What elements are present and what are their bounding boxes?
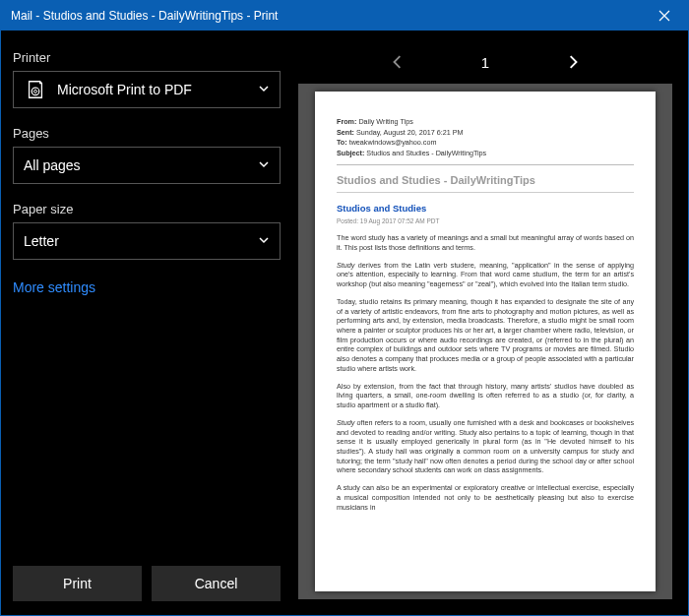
doc-paragraph: Study often refers to a room, usually on… [337,418,634,475]
printer-label: Printer [13,50,281,65]
printer-value: Microsoft Print to PDF [57,82,192,97]
page-preview: From: Daily Writing Tips Sent: Sunday, A… [315,92,656,591]
print-button[interactable]: Print [13,566,142,601]
post-title: Studios and Studies [337,203,634,216]
cancel-button[interactable]: Cancel [152,566,281,601]
post-date: Posted: 19 Aug 2017 07:52 AM PDT [337,217,634,226]
window-title: Mail - Studios and Studies - DailyWritin… [11,9,278,23]
doc-paragraph: The word study has a variety of meanings… [337,233,634,252]
more-settings-link[interactable]: More settings [13,279,281,295]
page-number: 1 [436,54,534,71]
chevron-down-icon [258,82,270,97]
chevron-down-icon [258,233,270,249]
printer-select[interactable]: Microsoft Print to PDF [13,71,281,108]
pages-value: All pages [24,157,81,173]
prev-page-button[interactable] [383,47,412,77]
chevron-left-icon [391,55,405,69]
doc-title: Studios and Studies - DailyWritingTips [337,173,634,188]
close-icon [658,10,670,22]
doc-paragraph: Study derives from the Latin verb studer… [337,261,634,289]
papersize-value: Letter [24,233,59,249]
next-page-button[interactable] [558,47,588,77]
chevron-right-icon [566,55,580,69]
email-header: From: Daily Writing Tips Sent: Sunday, A… [337,117,634,158]
doc-paragraph: A study can also be an experimental or e… [337,483,634,512]
papersize-label: Paper size [13,202,281,216]
printer-pdf-icon [24,78,47,101]
close-button[interactable] [645,1,684,31]
titlebar: Mail - Studios and Studies - DailyWritin… [1,1,688,31]
pager: 1 [298,40,672,84]
pages-select[interactable]: All pages [13,147,281,184]
svg-point-0 [31,88,39,95]
settings-panel: Printer Microsoft Print to PDF Pages All… [1,31,292,615]
svg-point-1 [34,90,37,92]
doc-paragraph: Also by extension, from the fact that th… [337,382,634,410]
pages-label: Pages [13,126,281,141]
page-preview-frame: From: Daily Writing Tips Sent: Sunday, A… [298,84,672,599]
doc-paragraph: Today, studio retains its primary meanin… [337,297,634,374]
papersize-select[interactable]: Letter [13,222,281,260]
preview-panel: 1 From: Daily Writing Tips Sent: Sunday,… [292,31,688,615]
chevron-down-icon [258,157,270,173]
